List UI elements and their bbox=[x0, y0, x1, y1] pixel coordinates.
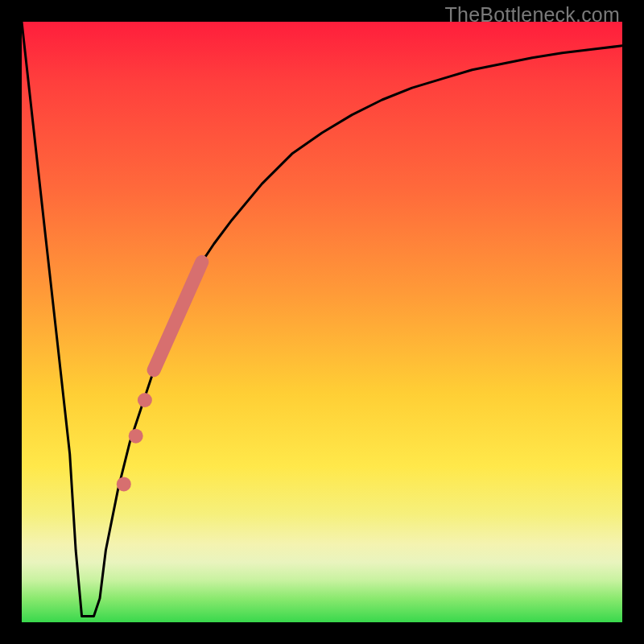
bottleneck-curve bbox=[22, 22, 622, 617]
plot-area bbox=[22, 22, 622, 622]
thick-segment bbox=[154, 262, 202, 369]
curve-layer bbox=[22, 22, 622, 622]
dot-2 bbox=[129, 429, 143, 444]
bottleneck-curve bbox=[22, 22, 622, 617]
highlight-overlay bbox=[117, 262, 202, 491]
dot-1 bbox=[138, 393, 152, 407]
dot-3 bbox=[117, 477, 131, 491]
chart-frame: TheBottleneck.com bbox=[0, 0, 644, 644]
